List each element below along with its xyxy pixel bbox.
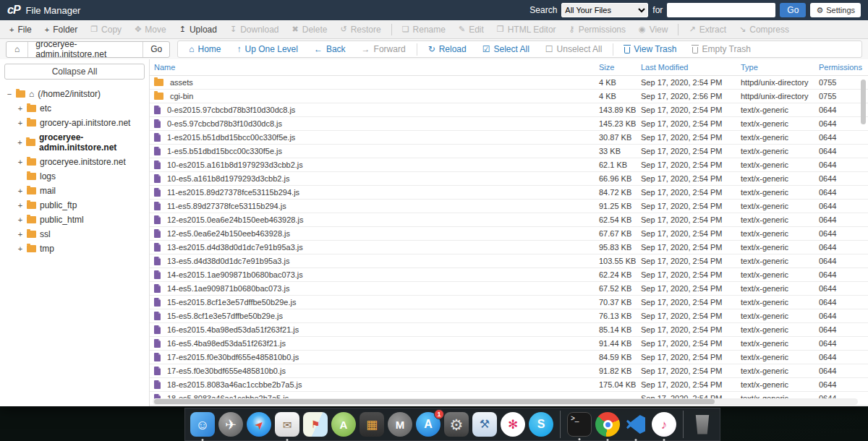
tree-item-public_ftp[interactable]: +public_ftp bbox=[4, 198, 145, 213]
table-row[interactable]: assets4 KBSep 17, 2020, 2:54 PMhttpd/uni… bbox=[150, 76, 868, 90]
table-row[interactable]: 18-es2015.8083a46ac1ccbbe2b7a5.js175.04 … bbox=[150, 378, 868, 392]
table-row[interactable]: 11-es2015.89d27378fce53115b294.js84.72 K… bbox=[150, 186, 868, 200]
table-row[interactable]: 15-es2015.8cf1e3e57dffbe50b29e.js70.37 K… bbox=[150, 296, 868, 309]
horizontal-scrollbar[interactable] bbox=[154, 399, 715, 404]
table-row[interactable]: 11-es5.89d27378fce53115b294.js91.25 KBSe… bbox=[150, 200, 868, 213]
tree-toggle[interactable]: + bbox=[17, 138, 22, 147]
file-size-cell: 67.67 KB bbox=[595, 227, 637, 241]
table-row[interactable]: 1-es2015.b51dbd15bcc00c330f5e.js30.87 KB… bbox=[150, 131, 868, 145]
dock-music-icon[interactable]: ♪ bbox=[652, 412, 676, 437]
search-go-button[interactable]: Go bbox=[780, 3, 806, 17]
dock-terminal-icon[interactable]: >_ bbox=[567, 412, 592, 437]
column-header-last-modified[interactable]: Last Modified bbox=[637, 59, 736, 76]
nav-home-button[interactable]: ⌂Home bbox=[181, 44, 229, 54]
dock-xcode-icon[interactable]: ⚒ bbox=[472, 412, 497, 437]
dock-finder-icon[interactable]: ☺ bbox=[190, 412, 215, 437]
table-row[interactable]: cgi-bin4 KBSep 17, 2020, 2:56 PMhttpd/un… bbox=[150, 90, 868, 103]
toolbar-folder-button[interactable]: +Folder bbox=[38, 25, 84, 35]
nav-reload-button[interactable]: ↻Reload bbox=[420, 44, 475, 54]
toolbar: +File+Folder❐Copy✥Move↥Upload↧Download✖D… bbox=[0, 20, 868, 39]
dock-mamp-icon[interactable]: M bbox=[388, 412, 412, 437]
table-row[interactable]: 17-es2015.f0e30bdf655e485810b0.js84.59 K… bbox=[150, 351, 868, 364]
column-header-type[interactable]: Type bbox=[736, 59, 814, 76]
table-row[interactable]: 1-es5.b51dbd15bcc00c330f5e.js33 KBSep 17… bbox=[150, 145, 868, 158]
table-row[interactable]: 14-es2015.1ae909871b0680bac073.js62.24 K… bbox=[150, 268, 868, 282]
dock-android-studio-icon[interactable]: A bbox=[331, 412, 356, 437]
table-row[interactable]: 12-es2015.0ea6e24b150eeb463928.js62.54 K… bbox=[150, 213, 868, 227]
dock-trash-icon[interactable] bbox=[690, 412, 715, 437]
address-go-button[interactable]: Go bbox=[142, 42, 169, 57]
vertical-scrollbar[interactable] bbox=[861, 80, 866, 124]
file-perms-cell: 0755 bbox=[814, 76, 868, 90]
tree-item-groceryee-admin.initstore.net[interactable]: +groceryee-admin.initstore.net bbox=[4, 130, 145, 155]
table-row[interactable]: 0-es2015.97cbcbd78b3f10d30dc8.js143.89 K… bbox=[150, 103, 868, 117]
tree-toggle[interactable]: + bbox=[17, 158, 23, 166]
tree-item-tmp[interactable]: +tmp bbox=[4, 241, 145, 256]
table-row[interactable]: 16-es5.4ba98ed53da51f263f21.js91.44 KBSe… bbox=[150, 337, 868, 351]
dock-app-store-icon[interactable]: A1 bbox=[416, 412, 441, 437]
nav-select-all-button[interactable]: ☑Select All bbox=[475, 44, 537, 54]
tree-toggle[interactable]: + bbox=[17, 230, 23, 239]
toolbar-rename-button: ❏Rename bbox=[396, 25, 452, 35]
toolbar-file-button[interactable]: +File bbox=[3, 25, 38, 35]
dock-safari-icon[interactable]: ➤ bbox=[247, 412, 271, 437]
table-row[interactable]: 15-es5.8cf1e3e57dffbe50b29e.js76.13 KBSe… bbox=[150, 309, 868, 323]
table-row[interactable]: 12-es5.0ea6e24b150eeb463928.js67.67 KBSe… bbox=[150, 227, 868, 241]
dock-skype-icon[interactable]: S bbox=[529, 412, 553, 437]
table-row[interactable]: 17-es5.f0e30bdf655e485810b0.js91.82 KBSe… bbox=[150, 364, 868, 378]
file-size-cell: 62.54 KB bbox=[595, 213, 637, 227]
tree-toggle[interactable]: + bbox=[17, 187, 23, 195]
home-icon[interactable]: ⌂ bbox=[7, 42, 28, 57]
dock-chrome-icon[interactable] bbox=[595, 412, 620, 437]
file-type-cell: text/x-generic bbox=[736, 351, 814, 364]
tree-toggle[interactable]: + bbox=[17, 215, 23, 224]
tree-item-logs[interactable]: logs bbox=[4, 169, 145, 184]
nav-up-one-level-button[interactable]: ↑Up One Level bbox=[229, 44, 306, 54]
dock-maps-icon[interactable]: ⚑ bbox=[303, 412, 328, 437]
address-input[interactable]: groceryee-admin.initstore.net bbox=[28, 42, 142, 57]
file-perms-cell: 0644 bbox=[814, 351, 868, 364]
dock-calculator-icon[interactable]: ▦ bbox=[359, 412, 384, 437]
tree-item-(/home2/initstor)[interactable]: −⌂(/home2/initstor) bbox=[4, 87, 145, 101]
search-input[interactable] bbox=[667, 3, 775, 17]
toolbar-upload-button[interactable]: ↥Upload bbox=[173, 25, 224, 35]
tree-toggle[interactable]: + bbox=[17, 104, 23, 113]
dock-vscode-icon[interactable] bbox=[624, 412, 648, 437]
home-icon: ⌂ bbox=[189, 44, 194, 54]
dock-mail-icon[interactable]: ✉ bbox=[275, 412, 299, 437]
tree-item-mail[interactable]: +mail bbox=[4, 184, 145, 198]
dock-system-preferences-icon[interactable]: ⚙ bbox=[444, 412, 469, 437]
extract-icon: ↗ bbox=[689, 25, 695, 34]
column-header-permissions[interactable]: Permissions bbox=[814, 59, 868, 76]
tree-toggle[interactable]: − bbox=[7, 90, 12, 98]
tree-toggle[interactable]: + bbox=[17, 201, 23, 210]
tree-toggle[interactable]: + bbox=[17, 119, 23, 127]
tree-item-etc[interactable]: +etc bbox=[4, 101, 145, 116]
file-icon: + bbox=[9, 25, 14, 34]
nav-back-button[interactable]: ←Back bbox=[306, 44, 354, 54]
file-modified-cell: Sep 17, 2020, 2:54 PM bbox=[637, 200, 736, 213]
search-scope-select[interactable]: All Your Files bbox=[561, 3, 648, 17]
tree-item-ssl[interactable]: +ssl bbox=[4, 227, 145, 241]
table-row[interactable]: 13-es5.d4d38d0d1dc7e91b95a3.js103.55 KBS… bbox=[150, 254, 868, 268]
nav-view-trash-button[interactable]: View Trash bbox=[616, 44, 684, 54]
tree-item-public_html[interactable]: +public_html bbox=[4, 213, 145, 227]
table-row[interactable]: 10-es2015.a161b8d1979293d3cbb2.js62.1 KB… bbox=[150, 158, 868, 172]
unselect-all-icon: ☐ bbox=[545, 44, 553, 54]
settings-button[interactable]: ⚙ Settings bbox=[810, 3, 861, 17]
file-icon bbox=[154, 133, 161, 142]
tree-item-grocery-api.initstore.net[interactable]: +grocery-api.initstore.net bbox=[4, 116, 145, 130]
table-row[interactable]: 14-es5.1ae909871b0680bac073.js67.52 KBSe… bbox=[150, 282, 868, 296]
column-header-name[interactable]: Name bbox=[150, 59, 595, 76]
table-row[interactable]: 16-es2015.4ba98ed53da51f263f21.js85.14 K… bbox=[150, 323, 868, 337]
table-row[interactable]: 10-es5.a161b8d1979293d3cbb2.js66.96 KBSe… bbox=[150, 172, 868, 186]
tree-item-groceryee.initstore.net[interactable]: +groceryee.initstore.net bbox=[4, 155, 145, 169]
table-row[interactable]: 0-es5.97cbcbd78b3f10d30dc8.js145.23 KBSe… bbox=[150, 117, 868, 131]
tree-toggle[interactable]: + bbox=[17, 244, 23, 253]
column-header-size[interactable]: Size bbox=[595, 59, 637, 76]
dock-launchpad-icon[interactable]: ✈ bbox=[218, 412, 243, 437]
file-modified-cell: Sep 17, 2020, 2:54 PM bbox=[637, 186, 736, 200]
dock-slack-icon[interactable]: ✻ bbox=[501, 412, 525, 437]
table-row[interactable]: 13-es2015.d4d38d0d1dc7e91b95a3.js95.83 K… bbox=[150, 241, 868, 254]
collapse-all-button[interactable]: Collapse All bbox=[4, 64, 145, 80]
